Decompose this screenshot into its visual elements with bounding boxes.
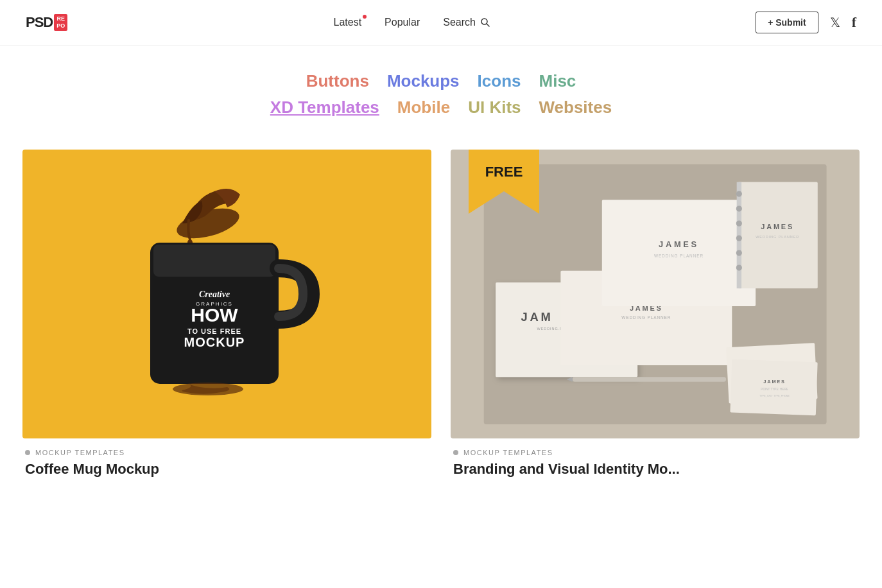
logo-repo: REPO [54,14,67,31]
card-2-category: Mockup Templates [463,449,553,456]
header-right: + Submit 𝕏 f [756,12,856,33]
svg-text:MOCKUP: MOCKUP [184,335,245,349]
latest-dot [363,15,367,19]
facebook-icon[interactable]: f [852,14,856,31]
free-banner-wrap: FREE [469,150,539,216]
logo-psd: PSD [26,14,53,31]
svg-text:FREE: FREE [485,164,523,180]
svg-point-31 [736,264,742,270]
category-nav: Buttons Mockups Icons Misc XD Templates … [0,46,882,143]
svg-text:JAMES: JAMES [763,378,786,384]
svg-text:JAMES: JAMES [659,239,699,248]
svg-point-30 [736,250,742,255]
svg-text:JAMES: JAMES [761,223,794,230]
svg-point-27 [736,205,742,211]
submit-button[interactable]: + Submit [756,12,818,33]
cat-misc[interactable]: Misc [539,71,576,91]
svg-text:WEDDING PLANNER: WEDDING PLANNER [621,315,671,320]
cat-xd-templates[interactable]: XD Templates [270,98,379,117]
cat-icons[interactable]: Icons [478,71,521,91]
svg-point-26 [736,191,742,196]
svg-text:Creative: Creative [198,290,229,299]
svg-rect-21 [602,200,756,306]
cat-ui-kits[interactable]: UI Kits [468,98,521,117]
card-coffee-mug: Creative GRAPHICS HOW TO USE FREE MOCKUP… [22,150,431,479]
card-2-meta: Mockup Templates [451,438,860,460]
svg-text:POINT TYPE: HERE: POINT TYPE: HERE [761,387,788,390]
card-1-image[interactable]: Creative GRAPHICS HOW TO USE FREE MOCKUP [22,150,431,438]
nav-popular[interactable]: Popular [385,17,420,28]
card-2-image[interactable]: FREE JAM WEDDING.PL JAMES WEDDING PLANNE… [451,150,860,438]
mug-illustration: Creative GRAPHICS HOW TO USE FREE MOCKUP [131,185,324,403]
category-row-2: XD Templates Mobile UI Kits Websites [13,98,869,117]
card-2-title[interactable]: Branding and Visual Identity Mo... [451,460,860,479]
twitter-icon[interactable]: 𝕏 [830,15,840,30]
cat-dot-1 [25,450,30,455]
main-nav: Latest Popular Search [333,17,489,28]
cat-dot-2 [453,450,458,455]
svg-text:WEDDING PLANNER: WEDDING PLANNER [654,254,704,258]
card-1-title[interactable]: Coffee Mug Mockup [22,460,431,479]
logo[interactable]: PSD REPO [26,14,67,31]
svg-point-28 [736,220,742,226]
card-branding: FREE JAM WEDDING.PL JAMES WEDDING PLANNE… [451,150,860,479]
svg-text:WEDDING PLANNER: WEDDING PLANNER [756,235,799,239]
svg-line-1 [487,24,489,26]
nav-search[interactable]: Search [443,17,490,28]
svg-rect-43 [573,377,726,381]
svg-text:HOW: HOW [191,304,238,325]
main-grid: Creative GRAPHICS HOW TO USE FREE MOCKUP… [0,143,882,505]
cat-mockups[interactable]: Mockups [387,71,460,91]
svg-text:TO USE FREE: TO USE FREE [187,327,241,335]
site-header: PSD REPO Latest Popular Search + Submit … [0,0,882,46]
cat-buttons[interactable]: Buttons [306,71,369,91]
free-banner-svg: FREE [469,150,539,214]
svg-marker-12 [469,150,539,214]
svg-point-29 [736,235,742,241]
svg-text:JAM: JAM [521,309,553,323]
svg-text:TYPE_XXX · TYPE_PHONE: TYPE_XXX · TYPE_PHONE [759,394,790,397]
search-icon [481,18,490,27]
svg-rect-5 [153,245,275,277]
cat-websites[interactable]: Websites [539,98,612,117]
category-row-1: Buttons Mockups Icons Misc [13,71,869,91]
nav-latest[interactable]: Latest [333,17,361,28]
card-1-meta: Mockup Templates [22,438,431,460]
card-1-category: Mockup Templates [35,449,125,456]
cat-mobile[interactable]: Mobile [397,98,450,117]
